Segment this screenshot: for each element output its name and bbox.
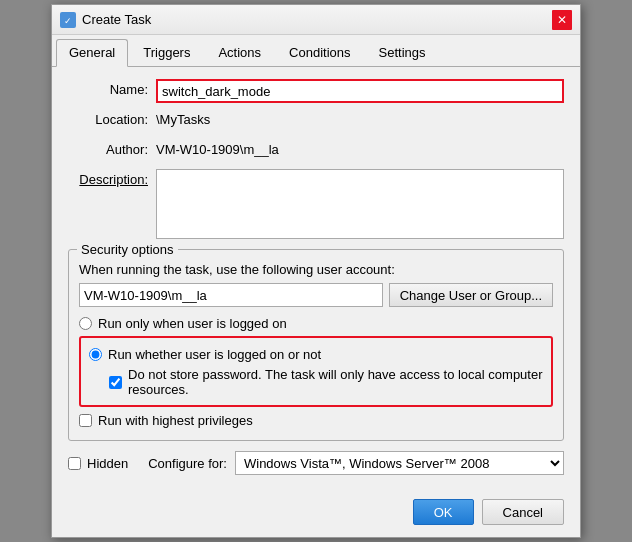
name-row: Name: (68, 79, 564, 103)
dialog-footer: OK Cancel (52, 491, 580, 537)
radio-logged-on-label: Run only when user is logged on (98, 316, 287, 331)
radio-whether-logged[interactable] (89, 348, 102, 361)
security-title: Security options (77, 242, 178, 257)
configure-label: Configure for: (148, 456, 227, 471)
author-label: Author: (68, 139, 148, 157)
security-section: Security options When running the task, … (68, 249, 564, 441)
radio-whether-label: Run whether user is logged on or not (108, 347, 321, 362)
author-row: Author: VM-W10-1909\m__la (68, 139, 564, 163)
account-instruction: When running the task, use the following… (79, 262, 553, 277)
title-bar-left: ✓ Create Task (60, 12, 151, 28)
bottom-row: Hidden Configure for: Windows Vista™, Wi… (68, 447, 564, 479)
tab-triggers[interactable]: Triggers (130, 39, 203, 66)
cancel-button[interactable]: Cancel (482, 499, 564, 525)
run-highest-label: Run with highest privileges (98, 413, 253, 428)
radio-whether-row: Run whether user is logged on or not (89, 344, 543, 365)
run-highest-checkbox[interactable] (79, 414, 92, 427)
account-input[interactable] (79, 283, 383, 307)
location-row: Location: \MyTasks (68, 109, 564, 133)
tab-settings[interactable]: Settings (366, 39, 439, 66)
title-bar: ✓ Create Task ✕ (52, 5, 580, 35)
no-password-row: Do not store password. The task will onl… (89, 365, 543, 399)
no-password-checkbox[interactable] (109, 376, 122, 389)
dialog-icon: ✓ (60, 12, 76, 28)
configure-select[interactable]: Windows Vista™, Windows Server™ 2008 Win… (235, 451, 564, 475)
radio-logged-on[interactable] (79, 317, 92, 330)
radio-logged-on-row: Run only when user is logged on (79, 313, 553, 334)
name-input[interactable] (156, 79, 564, 103)
location-label: Location: (68, 109, 148, 127)
svg-text:✓: ✓ (64, 16, 72, 26)
highlighted-run-section: Run whether user is logged on or not Do … (79, 336, 553, 407)
ok-button[interactable]: OK (413, 499, 474, 525)
description-row: Description: (68, 169, 564, 239)
author-value: VM-W10-1909\m__la (156, 139, 279, 157)
account-row: Change User or Group... (79, 283, 553, 307)
tab-bar: General Triggers Actions Conditions Sett… (52, 35, 580, 67)
name-label: Name: (68, 79, 148, 97)
tab-conditions[interactable]: Conditions (276, 39, 363, 66)
location-value: \MyTasks (156, 109, 210, 127)
dialog-title: Create Task (82, 12, 151, 27)
hidden-checkbox[interactable] (68, 457, 81, 470)
tab-general[interactable]: General (56, 39, 128, 67)
hidden-label: Hidden (87, 456, 128, 471)
run-highest-row: Run with highest privileges (79, 409, 553, 432)
change-user-button[interactable]: Change User or Group... (389, 283, 553, 307)
description-textarea[interactable] (156, 169, 564, 239)
create-task-dialog: ✓ Create Task ✕ General Triggers Actions… (51, 4, 581, 538)
description-label: Description: (68, 169, 148, 187)
tab-actions[interactable]: Actions (205, 39, 274, 66)
hidden-row: Hidden (68, 456, 128, 471)
close-button[interactable]: ✕ (552, 10, 572, 30)
dialog-content: Name: Location: \MyTasks Author: VM-W10-… (52, 67, 580, 491)
no-password-label: Do not store password. The task will onl… (128, 367, 543, 397)
